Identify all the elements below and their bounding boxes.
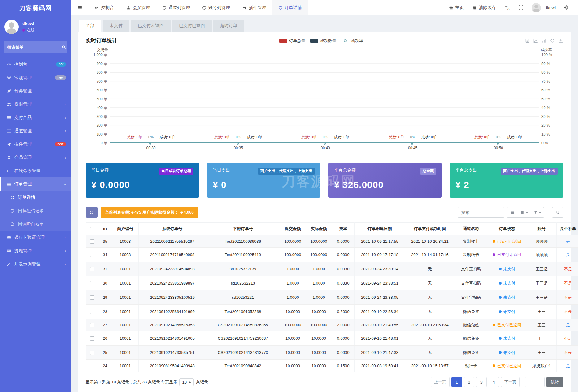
col-actual-amount[interactable]: 实际金额 (306, 223, 332, 235)
col-submit-amount[interactable]: 提交金额 (280, 223, 306, 235)
sidebar-item[interactable]: 插件管理 new (0, 137, 71, 151)
topbar-username[interactable]: dkewl (545, 5, 556, 10)
filter-tab[interactable]: 未支付 (103, 20, 129, 32)
row-checkbox[interactable] (90, 253, 94, 257)
sidebar-item[interactable]: 回调IP白名单 (0, 217, 71, 231)
jump-page-input[interactable] (525, 377, 545, 387)
columns-button[interactable] (518, 207, 531, 218)
col-paid-time[interactable]: 订单支付成功时间 (405, 223, 455, 235)
filter-tab[interactable]: 全部 (79, 20, 101, 32)
sidebar-item[interactable]: 回掉短信记录 (0, 204, 71, 217)
settings-button[interactable] (560, 5, 572, 10)
per-page-select[interactable]: 10 (179, 378, 193, 386)
col-makeup[interactable]: 是否补单 (557, 223, 578, 235)
menu-toggle-icon[interactable] (71, 0, 88, 15)
bar-chart-icon[interactable] (542, 38, 546, 43)
annotation-success: 成功: 0单 (421, 135, 437, 139)
page-button[interactable]: 3 (476, 377, 487, 387)
sidebar-item[interactable]: 开发示例管理 ‹ (0, 257, 71, 271)
export-button[interactable] (531, 207, 544, 218)
col-channel[interactable]: 通道名称 (455, 223, 487, 235)
clear-cache-link[interactable]: 清除缓存 (469, 0, 500, 15)
topnav-item[interactable]: 订单详情 (272, 0, 308, 15)
cell-paid-time: 无 (405, 346, 455, 360)
sidebar-search-input[interactable] (7, 45, 62, 50)
cell-merchant: 10003 (112, 235, 139, 248)
cell-system-order-no: 20210910214733535751 (139, 346, 206, 360)
user-status-label: 在线 (27, 28, 34, 33)
row-checkbox[interactable] (90, 323, 94, 327)
stat-card-value: ¥ 326.0000 (334, 180, 436, 190)
legend-success-count[interactable]: 成功数量 (310, 38, 336, 44)
sidebar-item[interactable]: 在线命令管理 (0, 164, 71, 177)
filter-tab[interactable]: 已支付未返回 (131, 20, 171, 32)
filter-tab[interactable]: 超时订单 (213, 20, 244, 32)
col-merchant[interactable]: 商户编号 (112, 223, 139, 235)
row-checkbox[interactable] (90, 351, 94, 355)
col-created[interactable]: 订单创建日期 (355, 223, 405, 235)
page-button[interactable]: 4 (489, 377, 499, 387)
line-chart-icon[interactable] (533, 38, 538, 43)
chart-refresh-icon[interactable] (550, 38, 555, 43)
sidebar-item[interactable]: 订单详情 (0, 191, 71, 204)
sidebar-item[interactable]: 提现管理 ‹ (0, 244, 71, 257)
refresh-button[interactable] (86, 207, 98, 218)
sidebar-item[interactable]: 权限管理 ‹ (0, 98, 71, 111)
sidebar-item[interactable]: 控制台 hot (0, 58, 71, 71)
translate-button[interactable] (501, 5, 514, 11)
prev-page-button[interactable]: 上一页 (431, 377, 450, 387)
sidebar-item[interactable]: 常规管理 new (0, 71, 71, 84)
home-link[interactable]: 主页 (445, 0, 467, 15)
sidebar-item[interactable]: 会员管理 ‹ (0, 151, 71, 164)
legend-success-rate[interactable]: 成功率 (341, 38, 363, 44)
topnav-item[interactable]: 账号列管理 (196, 0, 236, 15)
col-account[interactable]: 账号 (527, 223, 557, 235)
stat-card: 平台总支出 商户支出，代理支出，上游支出 ¥ 2 (450, 163, 563, 198)
cell-downstream-order-no: sd102532213 (206, 276, 280, 290)
topnav-item[interactable]: 插件管理 (236, 0, 272, 15)
col-rate[interactable]: 费率 (332, 223, 355, 235)
topnav-item[interactable]: 会员管理 (120, 0, 156, 15)
sidebar-item[interactable]: 分类管理 (0, 84, 71, 98)
jump-button[interactable]: 跳转 (546, 377, 563, 387)
search-icon[interactable] (62, 45, 66, 50)
fullscreen-button[interactable] (515, 5, 527, 10)
cell-id: 26 (98, 331, 112, 346)
page-button[interactable]: 2 (464, 377, 474, 387)
filter-tab[interactable]: 已支付已返回 (172, 20, 212, 32)
cell-makeup: 是 (566, 239, 570, 244)
col-downstream-order-no[interactable]: 下游订单号 (206, 223, 280, 235)
row-checkbox[interactable] (90, 295, 94, 300)
row-checkbox[interactable] (90, 364, 94, 368)
page-button[interactable]: 1 (451, 377, 462, 387)
table-search-button[interactable] (552, 207, 563, 218)
select-all-checkbox[interactable] (90, 227, 94, 231)
sidebar-item[interactable]: 通道管理 ‹ (0, 124, 71, 137)
col-status[interactable]: 订单状态 (487, 223, 527, 235)
cell-id: 35 (98, 235, 112, 248)
col-system-order-no[interactable]: 系统订单号 (139, 223, 206, 235)
row-checkbox[interactable] (90, 336, 94, 341)
sidebar-item[interactable]: 支付产品 ‹ (0, 111, 71, 124)
legend-total[interactable]: 订单总量 (279, 38, 305, 44)
chart: 交易量 1,000 单900 单800 单700 单600 单500 单400 … (86, 55, 563, 143)
sidebar-user-box[interactable]: dkewl 在线 (0, 16, 71, 39)
table-search-input[interactable] (458, 207, 504, 218)
sidebar-item[interactable]: 银行卡验证管理 ‹ (0, 231, 71, 244)
topbar-avatar[interactable] (532, 3, 541, 12)
next-page-button[interactable]: 下一页 (501, 377, 520, 387)
topnav-item[interactable]: 控制台 (88, 0, 120, 15)
sidebar-item[interactable]: 订单管理 ▾ (0, 177, 71, 191)
col-id[interactable]: ID (98, 223, 112, 235)
toggle-view-button[interactable] (507, 207, 518, 218)
row-checkbox[interactable] (90, 267, 94, 271)
row-checkbox[interactable] (90, 281, 94, 285)
data-view-icon[interactable] (525, 38, 530, 43)
chart-download-icon[interactable] (558, 38, 563, 43)
topnav-item[interactable]: 通道列管理 (156, 0, 196, 15)
cell-channel: 支付宝扫码 (455, 290, 487, 305)
cell-makeup: 不是 (564, 350, 572, 355)
row-checkbox[interactable] (90, 310, 94, 314)
sidebar-item-icon (7, 142, 14, 146)
row-checkbox[interactable] (90, 239, 94, 244)
